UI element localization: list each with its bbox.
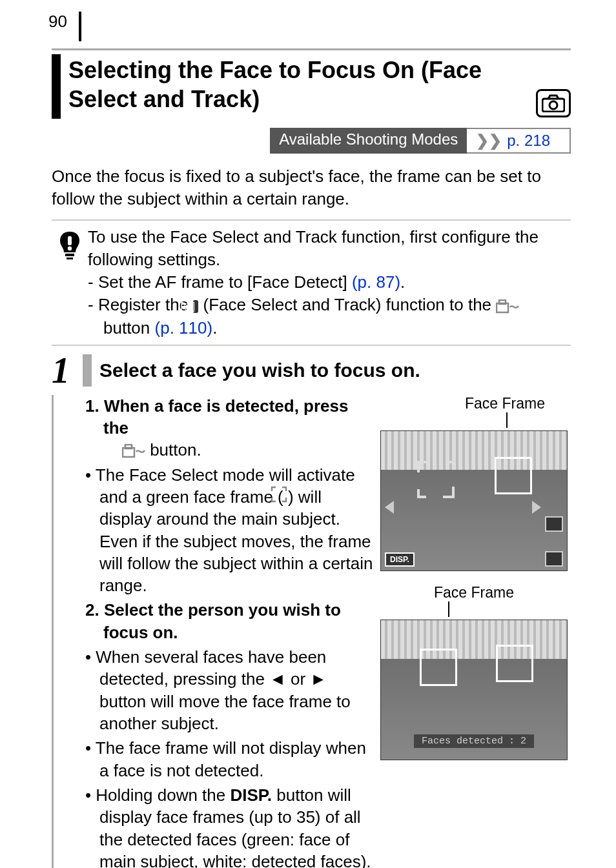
shooting-modes-row: Available Shooting Modes ❯❯ p. 218 xyxy=(52,128,571,154)
title-accent-bar xyxy=(52,54,61,119)
page-number-header: 90 xyxy=(48,12,81,41)
step-number: 1 xyxy=(52,352,83,389)
face-frame-box xyxy=(496,645,533,682)
frame-mode-icon-2 xyxy=(545,551,563,567)
faces-detected-banner: Faces detected : 2 xyxy=(414,734,534,748)
label-leader-line-1 xyxy=(506,412,508,428)
face-frame-label-1: Face Frame xyxy=(377,395,571,412)
shooting-modes-label: Available Shooting Modes xyxy=(270,128,467,154)
photo-side-icons xyxy=(545,516,563,567)
face-frame-box xyxy=(495,457,532,494)
svg-point-3 xyxy=(68,247,72,250)
frame-mode-icon-1 xyxy=(545,516,563,532)
step-1-body: 1. When a face is detected, press the bu… xyxy=(52,395,571,868)
step-1-bullet-1: • The Face Select mode will activate and… xyxy=(85,464,377,597)
page-number-rule xyxy=(79,12,81,41)
important-icon xyxy=(52,226,88,339)
svg-rect-2 xyxy=(68,236,72,245)
svg-point-1 xyxy=(549,101,557,109)
step-1-header: 1 Select a face you wish to focus on. xyxy=(52,352,571,389)
notice-item-1: - Set the AF frame to [Face Detect] (p. … xyxy=(88,271,571,294)
example-photo-1: DISP. xyxy=(380,430,568,571)
section-title-block: Selecting the Face to Focus On (Face Sel… xyxy=(52,48,571,119)
example-photo-2: Faces detected : 2 xyxy=(380,620,568,760)
illustration-column: Face Frame DISP. Face Frame Fa xyxy=(377,395,571,868)
important-notice-body: To use the Face Select and Track functio… xyxy=(88,226,571,339)
disp-badge: DISP. xyxy=(385,552,415,567)
step-text: 1. When a face is detected, press the bu… xyxy=(80,395,377,868)
svg-rect-5 xyxy=(67,257,73,259)
notice-lead: To use the Face Select and Track functio… xyxy=(88,226,571,271)
page-number: 90 xyxy=(48,12,79,32)
svg-rect-9 xyxy=(125,445,132,449)
print-share-icon xyxy=(496,299,519,314)
step-title: Select a face you wish to focus on. xyxy=(99,359,571,381)
chevron-right-icon: ❯❯ xyxy=(476,132,502,150)
face-frame-corner-indicator xyxy=(417,461,455,498)
svg-rect-4 xyxy=(65,254,74,256)
intro-paragraph: Once the focus is fixed to a subject's f… xyxy=(52,165,571,210)
step-1-substep-1: 1. When a face is detected, press the bu… xyxy=(85,395,377,461)
step-gutter xyxy=(52,395,80,868)
camera-icon xyxy=(542,94,565,112)
right-arrow-icon xyxy=(532,501,541,514)
step-1-substep-2: 2. Select the person you wish to focus o… xyxy=(85,599,377,643)
step-1-bullet-3: • The face frame will not display when a… xyxy=(85,737,377,782)
camera-mode-icon xyxy=(536,89,571,117)
page-ref-110-link[interactable]: (p. 110) xyxy=(155,318,213,338)
face-frame-label-2: Face Frame xyxy=(377,584,571,601)
step-1-bullet-4: • Holding down the DISP. button will dis… xyxy=(85,784,377,868)
left-arrow-icon xyxy=(385,501,394,514)
page-ref-87-link[interactable]: (p. 87) xyxy=(352,272,400,292)
frame-corners-icon xyxy=(271,486,287,503)
svg-rect-7 xyxy=(499,300,506,304)
shooting-modes-link-text: p. 218 xyxy=(507,132,550,150)
important-notice: To use the Face Select and Track functio… xyxy=(52,219,571,345)
notice-item-2: - Register the [◉] (Face Select and Trac… xyxy=(88,294,571,339)
label-leader-line-2 xyxy=(448,601,449,617)
shooting-modes-link[interactable]: ❯❯ p. 218 xyxy=(467,128,571,154)
face-frame-box xyxy=(420,649,457,686)
print-share-icon xyxy=(122,444,145,458)
section-title: Selecting the Face to Focus On (Face Sel… xyxy=(68,54,532,114)
step-1-bullet-2: • When several faces have been detected,… xyxy=(85,646,377,734)
